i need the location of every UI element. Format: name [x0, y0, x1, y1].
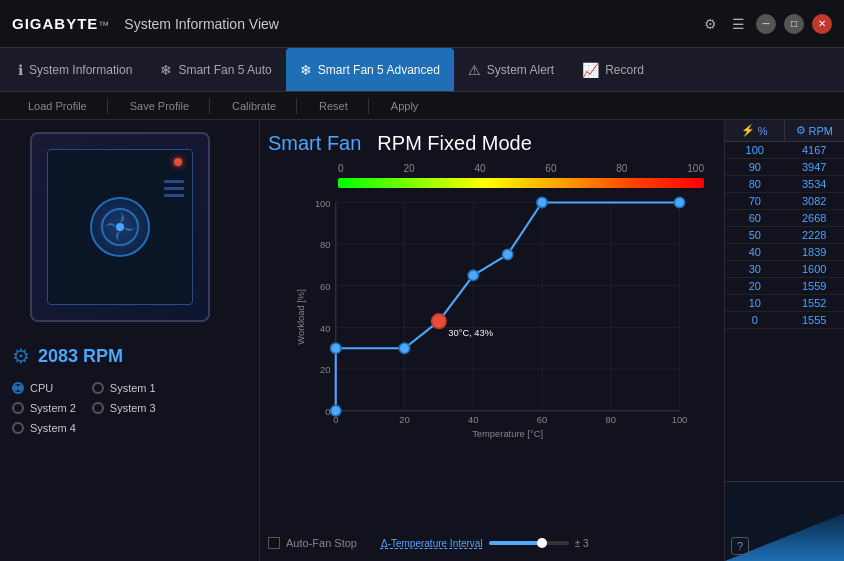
- svg-text:Temperature [°C]: Temperature [°C]: [472, 429, 543, 439]
- auto-fan-stop-control[interactable]: Auto-Fan Stop: [268, 537, 357, 549]
- table-row[interactable]: 30 1600: [725, 261, 844, 278]
- pct-cell: 80: [725, 176, 785, 192]
- apply-button[interactable]: Apply: [371, 98, 439, 114]
- pct-cell: 100: [725, 142, 785, 158]
- rpm-table: ⚡ % ⚙ RPM 100 4167 90 3947 80 3534 70 30…: [725, 120, 844, 481]
- rpm-cell: 2228: [785, 227, 845, 243]
- radio-system2[interactable]: [12, 402, 24, 414]
- table-row[interactable]: 0 1555: [725, 312, 844, 329]
- window-controls: ⚙ ☰ ─ □ ✕: [700, 14, 832, 34]
- radio-system3[interactable]: [92, 402, 104, 414]
- pct-header: ⚡ %: [725, 120, 785, 141]
- info-icon: ℹ: [18, 62, 23, 78]
- main-content: ⚙ 2083 RPM CPU System 1 System 2 System …: [0, 120, 844, 561]
- svg-point-32: [331, 343, 341, 353]
- temp-bar-labels: 0 20 40 60 80 100: [338, 163, 704, 174]
- fan-source-system3[interactable]: System 3: [92, 400, 156, 416]
- svg-text:20: 20: [320, 365, 330, 375]
- lightning-icon: ⚡: [741, 124, 755, 137]
- pct-cell: 20: [725, 278, 785, 294]
- table-row[interactable]: 60 2668: [725, 210, 844, 227]
- fan-rpm-icon: ⚙: [12, 344, 30, 368]
- maximize-button[interactable]: □: [784, 14, 804, 34]
- title-bar: GIGABYTE™ System Information View ⚙ ☰ ─ …: [0, 0, 844, 48]
- rpm-cell: 1559: [785, 278, 845, 294]
- close-button[interactable]: ✕: [812, 14, 832, 34]
- rpm-display: ⚙ 2083 RPM: [12, 344, 123, 368]
- tab-smart-fan-5[interactable]: ❄ Smart Fan 5 Auto: [146, 48, 285, 91]
- pct-cell: 60: [725, 210, 785, 226]
- table-row[interactable]: 40 1839: [725, 244, 844, 261]
- fan-curve-chart[interactable]: 0 20 40 60 80 100 Workload [%] 0 20 40 6…: [268, 192, 716, 442]
- radio-system1[interactable]: [92, 382, 104, 394]
- pct-cell: 0: [725, 312, 785, 328]
- settings-icon[interactable]: ⚙: [700, 14, 720, 34]
- tab-system-info[interactable]: ℹ System Information: [4, 48, 146, 91]
- save-profile-button[interactable]: Save Profile: [110, 98, 210, 114]
- rpm-cell: 3082: [785, 193, 845, 209]
- pct-cell: 50: [725, 227, 785, 243]
- tab-record[interactable]: 📈 Record: [568, 48, 658, 91]
- right-panel: ⚡ % ⚙ RPM 100 4167 90 3947 80 3534 70 30…: [724, 120, 844, 561]
- pct-cell: 10: [725, 295, 785, 311]
- reset-button[interactable]: Reset: [299, 98, 369, 114]
- svg-text:60: 60: [537, 415, 547, 425]
- rpm-cell: 4167: [785, 142, 845, 158]
- chart-title-fan: Smart Fan: [268, 132, 361, 155]
- svg-text:30°C, 43%: 30°C, 43%: [448, 328, 493, 338]
- pc-slot-3: [164, 194, 184, 197]
- fan-source-system4[interactable]: System 4: [12, 420, 76, 436]
- svg-point-31: [331, 406, 341, 416]
- slider-thumb[interactable]: [537, 538, 547, 548]
- record-icon: 📈: [582, 62, 599, 78]
- temp-interval-label: Δ-Temperature Interval: [381, 538, 483, 549]
- auto-fan-stop-label: Auto-Fan Stop: [286, 537, 357, 549]
- fan-source-system1[interactable]: System 1: [92, 380, 156, 396]
- app-title: System Information View: [124, 16, 700, 32]
- svg-text:0: 0: [333, 415, 338, 425]
- table-row[interactable]: 90 3947: [725, 159, 844, 176]
- tab-system-alert[interactable]: ⚠ System Alert: [454, 48, 568, 91]
- interval-slider[interactable]: [489, 541, 569, 545]
- menu-icon[interactable]: ☰: [728, 14, 748, 34]
- alert-icon: ⚠: [468, 62, 481, 78]
- svg-text:80: 80: [606, 415, 616, 425]
- table-row[interactable]: 100 4167: [725, 142, 844, 159]
- mini-chart: ?: [725, 481, 844, 561]
- pc-slot-1: [164, 180, 184, 183]
- rpm-header: ⚙ RPM: [785, 120, 845, 141]
- svg-text:40: 40: [320, 324, 330, 334]
- rpm-cell: 3534: [785, 176, 845, 192]
- tab-smart-fan-5-advanced[interactable]: ❄ Smart Fan 5 Advanced: [286, 48, 454, 91]
- help-button[interactable]: ?: [731, 537, 749, 555]
- svg-text:80: 80: [320, 240, 330, 250]
- table-row[interactable]: 50 2228: [725, 227, 844, 244]
- load-profile-button[interactable]: Load Profile: [8, 98, 108, 114]
- fan-sources: CPU System 1 System 2 System 3 System 4: [12, 380, 156, 436]
- auto-fan-stop-checkbox[interactable]: [268, 537, 280, 549]
- svg-point-35: [502, 249, 512, 259]
- table-row[interactable]: 10 1552: [725, 295, 844, 312]
- left-panel: ⚙ 2083 RPM CPU System 1 System 2 System …: [0, 120, 260, 561]
- fan-source-cpu[interactable]: CPU: [12, 380, 76, 396]
- table-row[interactable]: 80 3534: [725, 176, 844, 193]
- table-row[interactable]: 20 1559: [725, 278, 844, 295]
- radio-system4[interactable]: [12, 422, 24, 434]
- svg-text:60: 60: [320, 282, 330, 292]
- fan-icon-2: ❄: [300, 62, 312, 78]
- table-row[interactable]: 70 3082: [725, 193, 844, 210]
- minimize-button[interactable]: ─: [756, 14, 776, 34]
- chart-controls: Auto-Fan Stop Δ-Temperature Interval ± 3: [268, 537, 716, 549]
- radio-cpu[interactable]: [12, 382, 24, 394]
- chart-area: Smart Fan RPM Fixed Mode 0 20 40 60 80 1…: [260, 120, 724, 561]
- chart-container[interactable]: 0 20 40 60 80 100 Workload [%] 0 20 40 6…: [268, 192, 716, 533]
- rpm-cell: 2668: [785, 210, 845, 226]
- pc-slot-2: [164, 187, 184, 190]
- pct-cell: 90: [725, 159, 785, 175]
- svg-text:100: 100: [315, 199, 331, 209]
- fan-source-system2[interactable]: System 2: [12, 400, 76, 416]
- svg-text:Workload [%]: Workload [%]: [297, 289, 307, 344]
- calibrate-button[interactable]: Calibrate: [212, 98, 297, 114]
- brand-logo: GIGABYTE™: [12, 15, 116, 32]
- rpm-table-header: ⚡ % ⚙ RPM: [725, 120, 844, 142]
